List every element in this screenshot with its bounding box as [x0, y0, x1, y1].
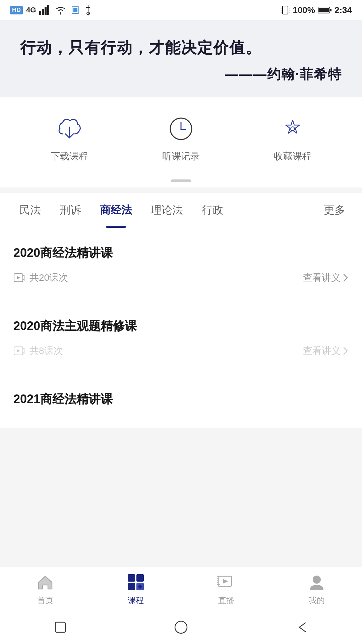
svg-rect-31 — [136, 574, 144, 582]
header-quote: 行动，只有行动，才能决定价值。 ———约翰·菲希特 — [0, 20, 362, 97]
signal-icon — [39, 5, 51, 15]
course-count: 共20课次 — [13, 271, 68, 284]
category-tabs: 民法 刑诉 商经法 理论法 行政 更多 — [0, 193, 362, 228]
svg-point-43 — [175, 621, 187, 633]
action-history[interactable]: 听课记录 — [162, 114, 200, 163]
hd-badge: HD — [10, 6, 23, 14]
android-nav — [0, 610, 362, 644]
course-count: 共8课次 — [13, 344, 63, 357]
bottom-nav: 首页 课程 直播 — [0, 567, 362, 610]
course-title: 2020商经法精讲课 — [13, 245, 349, 261]
svg-rect-32 — [128, 583, 135, 590]
status-left: HD 4G — [10, 5, 92, 15]
download-label: 下载课程 — [51, 150, 88, 163]
tab-minfa[interactable]: 民法 — [10, 193, 50, 228]
action-favorite[interactable]: 收藏课程 — [274, 114, 311, 163]
chevron-right-icon — [343, 346, 349, 356]
wifi-icon — [55, 5, 67, 15]
signal-4g: 4G — [26, 6, 36, 14]
svg-point-41 — [313, 576, 321, 584]
svg-rect-18 — [330, 9, 331, 11]
svg-rect-17 — [318, 8, 329, 12]
battery-icon — [318, 6, 332, 14]
scroll-indicator — [0, 179, 362, 187]
course-link[interactable]: 查看讲义 — [303, 271, 349, 284]
svg-marker-26 — [17, 276, 20, 279]
nav-course[interactable]: 课程 — [90, 572, 181, 606]
course-title: 2020商法主观题精修课 — [13, 318, 349, 334]
svg-rect-3 — [47, 5, 49, 15]
favorite-label: 收藏课程 — [274, 150, 311, 163]
cloud-download-icon — [54, 114, 84, 144]
course-count-text: 共8课次 — [29, 344, 63, 357]
svg-marker-40 — [223, 579, 228, 584]
tab-xingsu[interactable]: 刑诉 — [50, 193, 90, 228]
video-icon — [13, 345, 25, 357]
chevron-right-icon — [343, 273, 349, 282]
user-icon — [307, 572, 327, 592]
nav-home-label: 首页 — [37, 595, 53, 606]
course-item: 2021商经法精讲课 — [0, 374, 362, 428]
nav-home[interactable]: 首页 — [0, 572, 90, 606]
nav-live[interactable]: 直播 — [181, 572, 272, 606]
tab-lilunfa[interactable]: 理论法 — [141, 193, 192, 228]
course-item: 2020商法主观题精修课 共8课次 查看讲义 — [0, 301, 362, 374]
nav-mine-label: 我的 — [309, 595, 325, 606]
tab-shangjingfa[interactable]: 商经法 — [90, 193, 141, 228]
status-bar: HD 4G — [0, 0, 362, 20]
nav-course-label: 课程 — [128, 595, 144, 606]
status-right: 100% 2:34 — [281, 5, 352, 15]
action-download[interactable]: 下载课程 — [51, 114, 88, 163]
svg-rect-1 — [42, 9, 44, 15]
vibrate-icon — [281, 5, 290, 15]
quote-author: ———约翰·菲希特 — [20, 65, 342, 84]
star-icon — [278, 114, 308, 144]
svg-rect-2 — [45, 7, 47, 15]
usb-icon — [84, 5, 92, 15]
svg-marker-29 — [17, 349, 20, 353]
chip-icon — [70, 5, 81, 15]
battery-percent: 100% — [293, 5, 315, 15]
nav-live-label: 直播 — [218, 595, 234, 606]
scroll-dot — [171, 179, 191, 182]
course-count-text: 共20课次 — [29, 271, 68, 284]
android-square-btn[interactable] — [50, 617, 70, 637]
quote-main: 行动，只有行动，才能决定价值。 — [20, 37, 342, 58]
android-home-btn[interactable] — [171, 617, 191, 637]
course-link: 查看讲义 — [303, 344, 349, 357]
svg-rect-30 — [128, 574, 135, 582]
svg-marker-28 — [23, 348, 24, 354]
course-meta: 共8课次 查看讲义 — [13, 344, 349, 364]
course-icon — [126, 572, 146, 592]
history-label: 听课记录 — [162, 150, 200, 163]
course-meta: 共20课次 查看讲义 — [13, 271, 349, 291]
svg-rect-0 — [39, 11, 41, 15]
svg-rect-9 — [283, 6, 288, 14]
tab-xingzheng[interactable]: 行政 — [192, 193, 233, 228]
course-list: 2020商经法精讲课 共20课次 查看讲义 2020商法主观题精修课 — [0, 228, 362, 428]
time-display: 2:34 — [335, 5, 352, 15]
clock-icon — [166, 114, 196, 144]
svg-marker-25 — [23, 275, 24, 280]
tab-more[interactable]: 更多 — [317, 193, 352, 228]
nav-mine[interactable]: 我的 — [272, 572, 362, 606]
svg-rect-42 — [55, 622, 65, 632]
live-icon — [216, 572, 236, 592]
video-icon — [13, 272, 25, 284]
home-icon — [35, 572, 55, 592]
course-item: 2020商经法精讲课 共20课次 查看讲义 — [0, 228, 362, 301]
android-back-btn[interactable] — [292, 617, 312, 637]
quick-actions: 下载课程 听课记录 收藏课程 — [0, 97, 362, 179]
svg-rect-5 — [73, 8, 77, 12]
course-title: 2021商经法精讲课 — [13, 391, 349, 408]
